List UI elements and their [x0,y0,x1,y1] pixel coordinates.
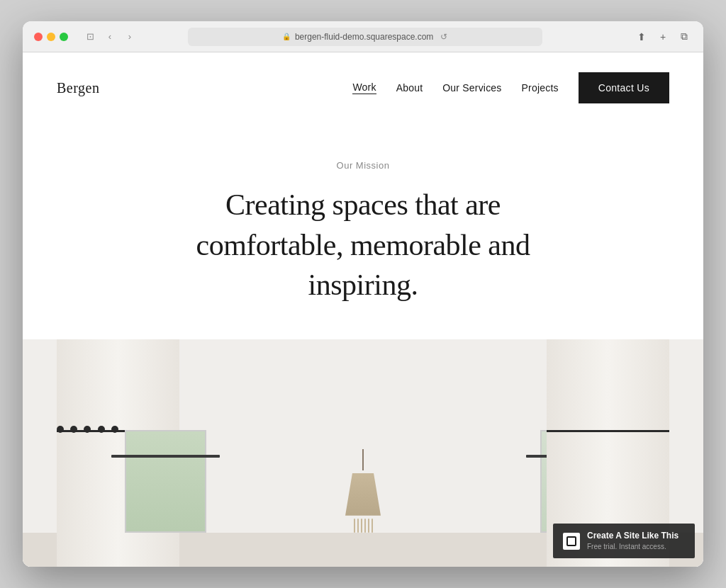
browser-chrome: ⊡ ‹ › 🔒 bergen-fluid-demo.squarespace.co… [23,21,703,52]
traffic-lights [34,33,68,41]
nav-link-work[interactable]: Work [352,81,376,94]
fringe-strand [357,519,359,533]
back-button[interactable]: ‹ [102,29,118,45]
nav-link-about[interactable]: About [396,82,423,94]
squarespace-logo-inner [566,536,576,546]
mission-section: Our Mission Creating spaces that are com… [23,123,703,339]
mission-label: Our Mission [57,160,669,171]
lock-icon: 🔒 [282,33,291,40]
browser-nav-controls: ⊡ ‹ › [82,29,138,45]
hook-1 [57,426,64,433]
url-text: bergen-fluid-demo.squarespace.com [295,32,433,42]
curtain-rod-right [547,430,669,432]
fullscreen-button[interactable] [60,33,68,41]
room-scene: Create A Site Like This Free trial. Inst… [23,339,703,567]
fringe-strand [368,519,369,533]
hero-image: Create A Site Like This Free trial. Inst… [23,339,703,567]
contact-us-button[interactable]: Contact Us [579,72,669,103]
hanging-decoration [342,449,384,533]
badge-subtitle: Free trial. Instant access. [587,542,678,551]
address-bar[interactable]: 🔒 bergen-fluid-demo.squarespace.com ↺ [188,28,542,46]
deco-body [345,473,381,516]
fringe-strand [354,519,355,533]
squarespace-badge[interactable]: Create A Site Like This Free trial. Inst… [553,524,695,558]
browser-window: ⊡ ‹ › 🔒 bergen-fluid-demo.squarespace.co… [23,21,703,567]
nav-link-services[interactable]: Our Services [442,82,501,94]
share-button[interactable]: ⬆ [634,29,649,45]
sidebar-toggle[interactable]: ⊡ [82,29,98,45]
deco-rope [362,449,364,470]
minimize-button[interactable] [47,33,55,41]
window-left [125,430,206,532]
hook-5 [111,426,118,433]
badge-text-block: Create A Site Like This Free trial. Inst… [587,531,678,551]
mission-heading: Creating spaces that are comfortable, me… [179,185,547,305]
fringe-strand [361,519,362,533]
fringe-strand [364,519,366,533]
squarespace-logo-icon [563,533,580,550]
site-header: Bergen Work About Our Services Projects … [23,52,703,123]
nav-link-projects[interactable]: Projects [522,82,559,94]
fringe-strand [372,519,373,533]
hook-4 [98,426,105,433]
forward-button[interactable]: › [122,29,138,45]
new-tab-button[interactable]: + [655,29,671,45]
close-button[interactable] [34,33,43,41]
site-logo[interactable]: Bergen [57,80,99,96]
blind-bar-left [111,455,220,458]
badge-title: Create A Site Like This [587,531,678,542]
duplicate-tab-button[interactable]: ⧉ [676,29,692,45]
browser-actions: ⬆ + ⧉ [634,29,692,45]
site-nav: Work About Our Services Projects Contact… [352,72,669,103]
reload-button[interactable]: ↺ [440,32,447,42]
website-content: Bergen Work About Our Services Projects … [23,52,703,567]
deco-fringe [354,519,373,533]
